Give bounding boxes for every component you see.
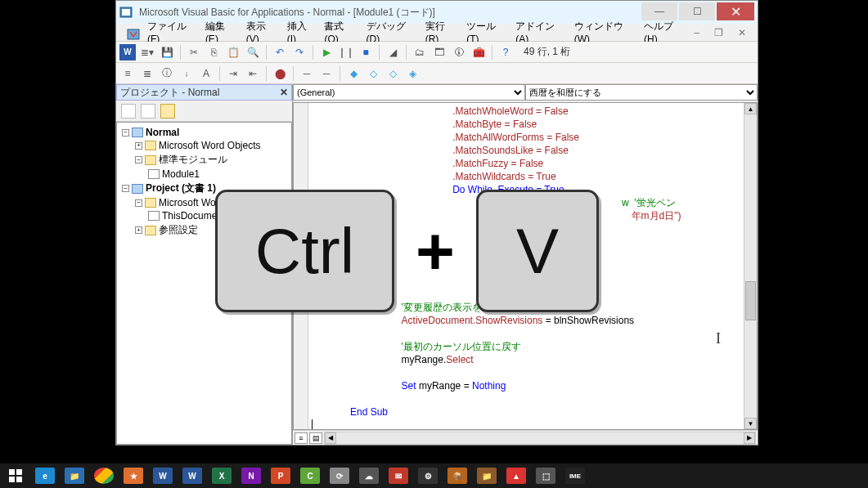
comment-icon[interactable]: ─ bbox=[299, 65, 315, 82]
procedure-combo[interactable]: 西暦を和暦にする bbox=[525, 84, 758, 101]
procedure-view-icon[interactable]: ≡ bbox=[295, 432, 308, 444]
project-explorer-close-icon[interactable]: ✕ bbox=[280, 87, 288, 98]
clear-bookmarks-icon[interactable]: ◈ bbox=[404, 65, 421, 82]
object-browser-icon[interactable]: 🛈 bbox=[451, 44, 467, 60]
camtasia-icon[interactable]: C bbox=[298, 466, 322, 486]
app-icon-7[interactable]: 📁 bbox=[474, 466, 499, 486]
run-icon[interactable]: ▶ bbox=[318, 44, 335, 60]
next-bookmark-icon[interactable]: ◇ bbox=[365, 65, 381, 82]
powerpoint-taskbar-icon[interactable]: P bbox=[268, 466, 293, 486]
chrome-icon[interactable] bbox=[92, 466, 116, 486]
view-object-icon[interactable] bbox=[141, 104, 155, 119]
text-cursor-icon: I bbox=[716, 330, 721, 347]
project-explorer-title: プロジェクト - Normal bbox=[120, 86, 219, 100]
vba-icon bbox=[121, 25, 136, 40]
explorer-icon[interactable]: 📁 bbox=[62, 466, 87, 486]
view-icon[interactable]: ≣▾ bbox=[139, 44, 155, 60]
view-code-icon[interactable] bbox=[121, 104, 136, 119]
word-taskbar-icon[interactable]: W bbox=[151, 466, 175, 486]
svg-rect-1 bbox=[122, 9, 130, 16]
object-combo[interactable]: (General) bbox=[293, 84, 525, 101]
help-icon[interactable]: ? bbox=[497, 44, 514, 60]
standard-toolbar: W ≣▾ 💾 ✂ ⎘ 📋 🔍 ↶ ↷ ▶ ❙❙ ■ ◢ 🗂 🗔 🛈 🧰 ? 49… bbox=[116, 42, 758, 63]
tree-node-module1[interactable]: Module1 bbox=[119, 168, 290, 181]
scroll-up-icon[interactable]: ▲ bbox=[744, 103, 757, 114]
break-icon[interactable]: ❙❙ bbox=[338, 44, 354, 60]
outdent-icon[interactable]: ⇤ bbox=[245, 65, 261, 82]
app-icon-3[interactable]: ☁ bbox=[357, 466, 381, 486]
project-explorer-header[interactable]: プロジェクト - Normal ✕ bbox=[116, 84, 292, 101]
app-icon-5[interactable]: ⚙ bbox=[416, 466, 440, 486]
copy-icon[interactable]: ⎘ bbox=[205, 44, 222, 60]
app-icon-6[interactable]: 📦 bbox=[445, 466, 470, 486]
bookmark-icon[interactable]: ◆ bbox=[345, 65, 362, 82]
quick-info-icon[interactable]: ⓘ bbox=[159, 65, 175, 82]
parameter-info-icon[interactable]: ᵢ bbox=[178, 65, 195, 82]
redo-icon[interactable]: ↷ bbox=[291, 44, 308, 60]
toolbox-icon[interactable]: 🧰 bbox=[470, 44, 487, 60]
start-button[interactable] bbox=[3, 466, 28, 486]
project-explorer-toolbar bbox=[116, 101, 292, 122]
app-icon-8[interactable]: ⬚ bbox=[533, 466, 558, 486]
tree-node-stdmod[interactable]: −標準モジュール bbox=[119, 152, 290, 168]
paste-icon[interactable]: 📋 bbox=[225, 44, 241, 60]
scroll-right-icon[interactable]: ▶ bbox=[744, 432, 755, 444]
list-constants-icon[interactable]: ≣ bbox=[139, 65, 155, 82]
save-icon[interactable]: 💾 bbox=[159, 44, 175, 60]
mdi-minimize-button[interactable]: – bbox=[689, 25, 704, 40]
project-explorer-icon[interactable]: 🗂 bbox=[412, 44, 428, 60]
undo-icon[interactable]: ↶ bbox=[272, 44, 288, 60]
list-properties-icon[interactable]: ≡ bbox=[119, 65, 136, 82]
mdi-restore-button[interactable]: ❐ bbox=[709, 25, 728, 40]
indent-icon[interactable]: ⇥ bbox=[225, 65, 241, 82]
ie-icon[interactable]: e bbox=[33, 466, 57, 486]
scroll-down-icon[interactable]: ▼ bbox=[744, 418, 757, 429]
complete-word-icon[interactable]: A bbox=[198, 65, 214, 82]
app-icon-4[interactable]: ✉ bbox=[386, 466, 411, 486]
svg-rect-3 bbox=[9, 469, 15, 475]
app-icon-1[interactable]: ★ bbox=[121, 466, 146, 486]
reset-icon[interactable]: ■ bbox=[358, 44, 374, 60]
toggle-folders-icon[interactable] bbox=[160, 104, 175, 119]
svg-rect-4 bbox=[16, 469, 22, 475]
shortcut-overlay: Ctrl + V bbox=[215, 190, 599, 312]
onenote-taskbar-icon[interactable]: N bbox=[239, 466, 263, 486]
pdf-icon[interactable]: ▲ bbox=[504, 466, 528, 486]
svg-rect-5 bbox=[9, 477, 15, 482]
ctrl-key-icon: Ctrl bbox=[215, 190, 394, 312]
mdi-close-button[interactable]: ✕ bbox=[733, 25, 751, 40]
ime-icon[interactable]: IME bbox=[563, 466, 587, 486]
cursor-position: 49 行, 1 桁 bbox=[517, 45, 570, 59]
full-module-view-icon[interactable]: ▤ bbox=[309, 432, 322, 444]
taskbar[interactable]: e 📁 ★ W W X N P C ⟳ ☁ ✉ ⚙ 📦 📁 ▲ ⬚ IME bbox=[0, 463, 868, 488]
word-taskbar-icon-2[interactable]: W bbox=[180, 466, 205, 486]
code-bottom-bar: ≡ ▤ ◀ ▶ bbox=[293, 430, 758, 445]
properties-icon[interactable]: 🗔 bbox=[431, 44, 447, 60]
scroll-left-icon[interactable]: ◀ bbox=[325, 432, 336, 444]
app-icon bbox=[119, 6, 133, 19]
word-icon[interactable]: W bbox=[119, 44, 136, 60]
v-key-icon: V bbox=[476, 190, 599, 312]
design-mode-icon[interactable]: ◢ bbox=[385, 44, 401, 60]
find-icon[interactable]: 🔍 bbox=[245, 44, 261, 60]
excel-taskbar-icon[interactable]: X bbox=[209, 466, 234, 486]
menubar: ファイル(F) 編集(E) 表示(V) 挿入(I) 書式(O) デバッグ(D) … bbox=[116, 24, 758, 42]
scroll-thumb[interactable] bbox=[745, 281, 756, 320]
breakpoint-icon[interactable]: ⬤ bbox=[272, 65, 288, 82]
horizontal-scrollbar[interactable]: ◀ ▶ bbox=[324, 432, 756, 445]
svg-rect-6 bbox=[16, 477, 22, 482]
app-icon-2[interactable]: ⟳ bbox=[327, 466, 352, 486]
tree-node-normal[interactable]: −Normal bbox=[119, 126, 290, 139]
prev-bookmark-icon[interactable]: ◇ bbox=[385, 65, 401, 82]
tree-node-mwo[interactable]: +Microsoft Word Objects bbox=[119, 139, 290, 152]
vertical-scrollbar[interactable]: ▲ ▼ bbox=[744, 103, 757, 429]
window-title: Microsoft Visual Basic for Applications … bbox=[139, 6, 640, 20]
cut-icon[interactable]: ✂ bbox=[186, 44, 202, 60]
uncomment-icon[interactable]: ─ bbox=[318, 65, 335, 82]
edit-toolbar: ≡ ≣ ⓘ ᵢ A ⇥ ⇤ ⬤ ─ ─ ◆ ◇ ◇ ◈ bbox=[116, 63, 758, 84]
plus-icon: + bbox=[416, 213, 455, 289]
close-button[interactable]: ✕ bbox=[717, 2, 754, 20]
